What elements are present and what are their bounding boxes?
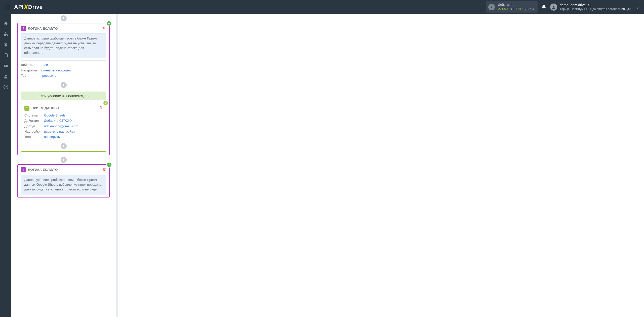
svg-point-6 bbox=[5, 75, 7, 76]
svg-rect-1 bbox=[5, 32, 6, 33]
action-link[interactable]: Добавить СТРОКУ bbox=[44, 118, 72, 123]
user-menu[interactable]: demo_apix-drive_s3 Тариф |Премиум PRO| д… bbox=[550, 3, 639, 11]
condition-bar: Если условие выполняется, то bbox=[21, 92, 106, 100]
block-title: ПРИЕМ ДАННЫХ bbox=[31, 106, 99, 110]
logo-api: API bbox=[14, 4, 24, 10]
svg-rect-3 bbox=[5, 35, 6, 36]
logic-block-3: 3 ЛОГИКА ЕСЛИ/ТО Данное условие сработае… bbox=[17, 23, 110, 155]
nav-home[interactable] bbox=[0, 18, 11, 29]
nav-briefcase[interactable] bbox=[0, 50, 11, 61]
info-icon: i bbox=[488, 4, 495, 10]
action-link[interactable]: Если bbox=[41, 62, 48, 67]
access-link[interactable]: riddleandrii@gmail.com bbox=[44, 124, 78, 129]
actions-used: 22'059 bbox=[498, 7, 508, 11]
nav-connections[interactable] bbox=[0, 29, 11, 39]
test-link[interactable]: проверить bbox=[44, 134, 60, 139]
svg-point-0 bbox=[553, 6, 554, 7]
block-description: Данное условие сработает, если в блоке П… bbox=[21, 175, 106, 195]
nav-help[interactable] bbox=[0, 82, 11, 92]
nav-youtube[interactable] bbox=[0, 61, 11, 71]
settings-link[interactable]: изменить настройки bbox=[41, 68, 71, 73]
add-block-button[interactable]: + bbox=[61, 157, 67, 163]
data-receive-block-1: 1 ПРИЕМ ДАННЫХ СистемаGoogle Sheets Дейс… bbox=[21, 103, 106, 152]
delete-icon[interactable] bbox=[103, 26, 106, 31]
block-title: ЛОГИКА ЕСЛИ/ТО bbox=[28, 27, 103, 30]
logo[interactable]: API X Drive bbox=[14, 3, 43, 11]
system-link[interactable]: Google Sheets bbox=[44, 113, 66, 118]
topbar: API X Drive i Действия: 22'059 из 100'00… bbox=[0, 0, 644, 14]
settings-link[interactable]: изменить настройки bbox=[44, 129, 75, 134]
block-number: 3 bbox=[21, 26, 26, 31]
block-number: 1 bbox=[24, 106, 29, 111]
delete-icon[interactable] bbox=[103, 167, 106, 172]
delete-icon[interactable] bbox=[99, 106, 103, 111]
svg-rect-4 bbox=[7, 35, 8, 36]
check-icon bbox=[106, 162, 112, 168]
check-icon bbox=[103, 100, 108, 106]
block-description: Данное условие сработает, если в блоке П… bbox=[21, 33, 106, 58]
nav-billing[interactable] bbox=[0, 39, 11, 50]
logo-x-icon: X bbox=[24, 3, 28, 11]
sidebar bbox=[0, 14, 11, 317]
logic-block-4: 4 ЛОГИКА ЕСЛИ/ТО Данное условие сработае… bbox=[17, 164, 110, 198]
avatar-icon bbox=[550, 4, 557, 11]
add-block-button[interactable]: + bbox=[61, 15, 67, 21]
flow-column: + 3 ЛОГИКА ЕСЛИ/ТО Данное условие сработ… bbox=[11, 14, 116, 317]
menu-toggle[interactable] bbox=[5, 5, 10, 9]
nav-account[interactable] bbox=[0, 71, 11, 82]
test-link[interactable]: проверить bbox=[41, 73, 56, 78]
detail-panel bbox=[118, 14, 644, 317]
block-title: ЛОГИКА ЕСЛИ/ТО bbox=[28, 168, 103, 172]
block-number: 4 bbox=[21, 167, 26, 172]
chevron-down-icon: ⌄ bbox=[631, 4, 639, 10]
actions-total: 100'000 bbox=[513, 7, 525, 11]
actions-counter[interactable]: i Действия: 22'059 из 100'000 (22%) bbox=[486, 1, 537, 13]
actions-label: Действия: bbox=[498, 3, 534, 7]
add-inner-button[interactable]: + bbox=[61, 143, 67, 149]
check-icon bbox=[106, 21, 112, 26]
user-tariff: Тариф |Премиум PRO| до оплаты осталось 2… bbox=[560, 7, 631, 11]
actions-pct: (22%) bbox=[525, 7, 534, 11]
logo-drive: Drive bbox=[28, 4, 43, 10]
add-inner-button[interactable]: + bbox=[61, 82, 67, 88]
user-name: demo_apix-drive_s3 bbox=[560, 3, 631, 7]
svg-rect-2 bbox=[4, 35, 5, 36]
notifications-bell-icon[interactable] bbox=[541, 4, 547, 10]
